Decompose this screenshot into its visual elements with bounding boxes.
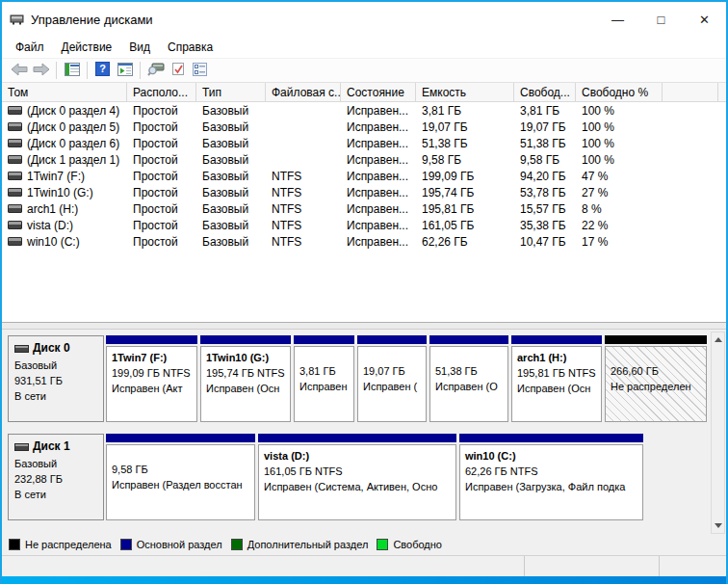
partition-size: 62,26 ГБ NTFS — [465, 465, 637, 480]
vertical-scrollbar[interactable] — [711, 332, 725, 534]
scroll-down-button[interactable] — [712, 518, 724, 533]
partition-disk0-part6[interactable]: 51,38 ГБ Исправен (О — [429, 335, 508, 422]
disk1-status: В сети — [14, 488, 97, 503]
partition-status: Исправен (О — [435, 380, 503, 395]
disk-inspect-button[interactable] — [144, 60, 167, 81]
volume-cell: (Диск 0 раздел 5) — [2, 120, 127, 134]
menu-item-help[interactable]: Справка — [159, 38, 221, 57]
partition-status: Исправен ( — [363, 380, 421, 395]
table-row[interactable]: 1Twin7 (F:) Простой Базовый NTFS Исправе… — [2, 168, 726, 184]
layout-cell: Простой — [127, 120, 196, 134]
partition-name: 1Twin10 (G:) — [206, 351, 285, 366]
capacity-cell: 62,26 ГБ — [416, 235, 514, 249]
volume-icon — [8, 139, 22, 147]
table-header: Том Располо... Тип Файловая с... Состоян… — [2, 83, 726, 102]
table-row[interactable]: (Диск 0 раздел 6) Простой Базовый Исправ… — [2, 135, 726, 151]
partition-win10-c[interactable]: win10 (C:) 62,26 ГБ NTFS Исправен (Загру… — [459, 434, 643, 520]
partition-status: Исправен (Система, Активен, Осно — [264, 480, 451, 495]
back-button[interactable] — [8, 60, 30, 81]
table-row[interactable]: win10 (C:) Простой Базовый NTFS Исправен… — [2, 233, 726, 250]
partition-disk1-recovery[interactable]: 9,58 ГБ Исправен (Раздел восстан — [106, 434, 255, 520]
header-free[interactable]: Свобод... — [514, 83, 576, 101]
pane-splitter[interactable] — [2, 322, 726, 330]
table-row[interactable]: vista (D:) Простой Базовый NTFS Исправен… — [2, 217, 726, 233]
filesystem-cell: NTFS — [266, 202, 341, 216]
partition-status: Исправен (Загрузка, Файл подка — [465, 480, 637, 495]
free-cell: 3,81 ГБ — [514, 104, 576, 118]
layout-cell: Простой — [127, 153, 196, 167]
type-cell: Базовый — [196, 170, 266, 183]
header-type[interactable]: Тип — [196, 83, 266, 101]
capacity-cell: 19,07 ГБ — [416, 120, 514, 134]
volume-name: vista (D:) — [27, 219, 73, 232]
header-capacity[interactable]: Емкость — [416, 83, 514, 101]
table-row[interactable]: arch1 (H:) Простой Базовый NTFS Исправен… — [2, 200, 726, 217]
menu-item-view[interactable]: Вид — [120, 38, 159, 57]
menu-bar: Файл Действие Вид Справка — [2, 37, 726, 58]
free-cell: 35,38 ГБ — [514, 219, 576, 232]
table-row[interactable]: (Диск 0 раздел 5) Простой Базовый Исправ… — [2, 119, 726, 135]
volume-cell: vista (D:) — [2, 219, 127, 232]
menu-item-action[interactable]: Действие — [53, 38, 121, 57]
capacity-cell: 9,58 ГБ — [416, 153, 514, 167]
forward-button[interactable] — [30, 60, 52, 81]
legend-item-unallocated: Не распределена — [9, 539, 112, 550]
table-row[interactable]: (Диск 1 раздел 1) Простой Базовый Исправ… — [2, 151, 726, 168]
partition-disk0-part4[interactable]: 3,81 ГБ Исправен — [294, 335, 354, 422]
status-bar — [2, 555, 726, 576]
type-cell: Базовый — [196, 219, 266, 232]
legend-label: Основной раздел — [137, 539, 222, 550]
minimize-button[interactable]: — — [596, 2, 639, 37]
partition-unallocated[interactable]: 266,60 ГБ Не распределен — [605, 335, 707, 422]
free-percent-cell: 100 % — [576, 137, 663, 150]
header-filesystem[interactable]: Файловая с... — [266, 83, 341, 101]
volume-icon — [8, 172, 22, 180]
partition-arch1-h[interactable]: arch1 (H:) 195,81 ГБ NTFS Исправен (Осн — [511, 335, 602, 422]
close-button[interactable]: ✕ — [683, 2, 726, 37]
volume-name: (Диск 0 раздел 5) — [27, 120, 119, 134]
scroll-up-icon — [715, 337, 722, 342]
partition-1twin7-f[interactable]: 1Twin7 (F:) 199,09 ГБ NTFS Исправен (Акт — [106, 335, 197, 422]
volume-icon — [8, 221, 22, 229]
table-row[interactable]: (Диск 0 раздел 4) Простой Базовый Исправ… — [2, 102, 726, 119]
partition-size: 161,05 ГБ NTFS — [264, 465, 451, 480]
volume-icon — [8, 155, 22, 164]
disk0-row: Диск 0 Базовый 931,51 ГБ В сети 1Twin7 (… — [8, 335, 707, 422]
action-check-button[interactable] — [167, 60, 189, 81]
header-layout[interactable]: Располо... — [127, 83, 196, 101]
properties-button[interactable] — [189, 60, 211, 81]
status-cell: Исправен... — [341, 104, 416, 118]
partition-1twin10-g[interactable]: 1Twin10 (G:) 195,74 ГБ NTFS Исправен (Ос… — [200, 335, 291, 422]
partition-vista-d[interactable]: vista (D:) 161,05 ГБ NTFS Исправен (Сист… — [258, 434, 456, 520]
header-free-percent[interactable]: Свободно % — [576, 83, 663, 101]
header-volume[interactable]: Том — [2, 83, 127, 101]
disk1-label-panel[interactable]: Диск 1 Базовый 232,88 ГБ В сети — [8, 434, 104, 520]
toolbar-separator — [87, 62, 88, 79]
legend-item-extended: Дополнительный раздел — [231, 539, 369, 550]
legend-swatch-extended — [231, 539, 243, 550]
partition-size: 199,09 ГБ NTFS — [112, 366, 192, 382]
help-button[interactable]: ? — [91, 60, 114, 81]
volume-name: 1Twin7 (F:) — [27, 170, 85, 183]
status-cell: Исправен... — [341, 153, 416, 167]
header-status[interactable]: Состояние — [341, 83, 416, 101]
capacity-cell: 199,09 ГБ — [416, 170, 514, 183]
volume-cell: 1Twin10 (G:) — [2, 186, 127, 199]
volume-icon — [8, 237, 22, 246]
disk-icon — [14, 443, 29, 451]
maximize-button[interactable]: □ — [639, 2, 683, 37]
scroll-up-button[interactable] — [712, 332, 724, 347]
partition-name: vista (D:) — [264, 449, 451, 465]
partition-disk0-part5[interactable]: 19,07 ГБ Исправен ( — [357, 335, 427, 422]
menu-item-file[interactable]: Файл — [7, 38, 53, 57]
capacity-cell: 3,81 ГБ — [416, 104, 514, 118]
disk0-label-panel[interactable]: Диск 0 Базовый 931,51 ГБ В сети — [8, 335, 104, 422]
free-cell: 19,07 ГБ — [514, 120, 576, 134]
volume-name: (Диск 1 раздел 1) — [27, 153, 119, 167]
console-view-button[interactable] — [61, 60, 83, 81]
status-cell: Исправен... — [341, 186, 416, 199]
free-percent-cell: 100 % — [576, 153, 663, 167]
table-row[interactable]: 1Twin10 (G:) Простой Базовый NTFS Исправ… — [2, 184, 726, 200]
volume-name: (Диск 0 раздел 6) — [27, 137, 119, 150]
graph-view-button[interactable] — [114, 60, 136, 81]
